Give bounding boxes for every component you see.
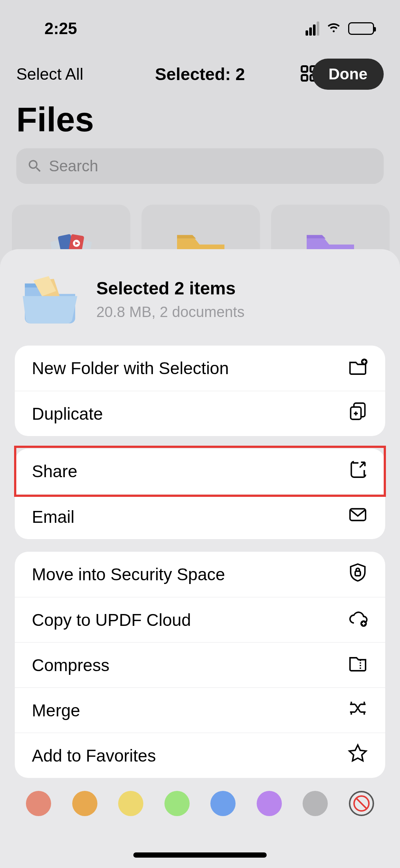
action-group: New Folder with Selection Duplicate (15, 346, 385, 436)
action-label: Move into Security Space (32, 564, 225, 584)
action-label: Add to Favorites (32, 746, 156, 766)
color-tag-gray[interactable] (303, 791, 328, 816)
action-merge[interactable]: Merge (15, 687, 385, 733)
svg-rect-10 (350, 509, 366, 521)
action-copy-cloud[interactable]: Copy to UPDF Cloud (15, 597, 385, 642)
svg-rect-2 (302, 75, 307, 80)
color-tag-blue[interactable] (210, 791, 236, 816)
action-label: Duplicate (32, 404, 103, 424)
action-label: Email (32, 507, 74, 527)
done-button[interactable]: Done (312, 59, 384, 90)
battery-icon (348, 22, 374, 35)
color-tag-row (0, 791, 400, 816)
clear-tag-button[interactable] (349, 791, 374, 816)
action-security-space[interactable]: Move into Security Space (15, 552, 385, 597)
action-label: Share (32, 461, 77, 481)
share-icon (347, 459, 368, 484)
status-bar: 2:25 (0, 12, 400, 45)
action-compress[interactable]: Compress (15, 642, 385, 687)
action-label: Copy to UPDF Cloud (32, 610, 191, 630)
cloud-plus-icon (347, 607, 368, 632)
status-right (306, 19, 374, 38)
search-input[interactable]: Search (16, 148, 384, 184)
action-email[interactable]: Email (15, 494, 385, 539)
color-tag-yellow[interactable] (118, 791, 143, 816)
shield-lock-icon (347, 562, 368, 587)
action-label: Merge (32, 700, 80, 720)
svg-rect-0 (302, 66, 307, 72)
merge-icon (347, 698, 368, 723)
sheet-header: Selected 2 items 20.8 MB, 2 documents (15, 264, 385, 346)
color-tag-red[interactable] (26, 791, 51, 816)
search-icon (27, 158, 43, 174)
color-tag-green[interactable] (164, 791, 190, 816)
action-label: New Folder with Selection (32, 358, 229, 378)
svg-rect-11 (355, 571, 360, 575)
color-tag-orange[interactable] (72, 791, 97, 816)
envelope-icon (347, 504, 368, 529)
action-label: Compress (32, 655, 110, 675)
action-favorite[interactable]: Add to Favorites (15, 733, 385, 778)
search-placeholder: Search (49, 157, 98, 175)
sheet-title: Selected 2 items (96, 278, 244, 298)
action-group: Share Email (15, 449, 385, 539)
folder-plus-icon (347, 356, 368, 381)
action-group: Move into Security Space Copy to UPDF Cl… (15, 552, 385, 778)
action-duplicate[interactable]: Duplicate (15, 391, 385, 436)
wifi-icon (326, 19, 341, 38)
star-icon (347, 743, 368, 768)
cellular-signal-icon (306, 22, 319, 36)
action-sheet: Selected 2 items 20.8 MB, 2 documents Ne… (0, 249, 400, 868)
page-title: Files (16, 100, 94, 139)
folder-open-icon (19, 271, 81, 327)
status-time: 2:25 (44, 19, 77, 38)
action-new-folder[interactable]: New Folder with Selection (15, 346, 385, 391)
archive-icon (347, 653, 368, 677)
color-tag-purple[interactable] (257, 791, 282, 816)
sheet-subtitle: 20.8 MB, 2 documents (96, 304, 244, 320)
nav-bar: Select All Selected: 2 Done (0, 59, 400, 89)
copy-plus-icon (347, 401, 368, 426)
home-indicator[interactable] (133, 852, 267, 858)
action-share[interactable]: Share (15, 449, 385, 494)
selected-count: Selected: 2 (155, 64, 245, 84)
select-all-button[interactable]: Select All (16, 65, 83, 83)
